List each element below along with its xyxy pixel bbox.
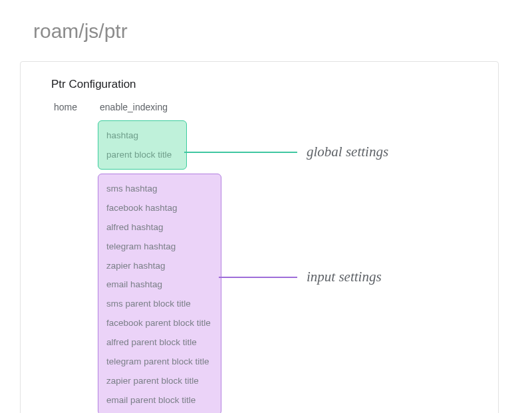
list-item[interactable]: sms hashtag: [106, 180, 213, 199]
input-settings-group: sms hashtag facebook hashtag alfred hash…: [98, 174, 221, 413]
config-panel: Ptr Configuration home enable_indexing h…: [20, 61, 499, 413]
tab-enable-indexing[interactable]: enable_indexing: [100, 100, 168, 114]
list-item[interactable]: parent block title: [106, 146, 178, 165]
annotation-label-input: input settings: [307, 269, 382, 285]
annotation-line-input: [219, 277, 297, 278]
global-settings-group: hashtag parent block title: [98, 120, 187, 170]
annotation-global: global settings: [184, 144, 388, 160]
list-item[interactable]: hashtag: [106, 126, 178, 146]
annotation-line-global: [184, 152, 297, 153]
annotation-input: input settings: [219, 269, 382, 285]
list-item[interactable]: zapier parent block title: [106, 372, 213, 391]
list-item[interactable]: zapier hashtag: [106, 257, 213, 276]
list-item[interactable]: telegram parent block title: [106, 352, 213, 372]
list-item[interactable]: facebook hashtag: [106, 199, 213, 218]
list-item[interactable]: sms parent block title: [106, 295, 213, 314]
list-item[interactable]: alfred parent block title: [106, 333, 213, 352]
panel-title: Ptr Configuration: [35, 78, 483, 91]
annotation-label-global: global settings: [307, 144, 388, 160]
list-item[interactable]: alfred hashtag: [106, 218, 213, 237]
list-item[interactable]: email parent block title: [106, 391, 213, 410]
list-item[interactable]: facebook parent block title: [106, 314, 213, 333]
list-item[interactable]: telegram hashtag: [106, 237, 213, 257]
list-item[interactable]: email hashtag: [106, 275, 213, 295]
tabs-row: home enable_indexing: [35, 100, 483, 114]
page-title: roam/js/ptr: [0, 0, 532, 43]
tab-home[interactable]: home: [54, 100, 77, 114]
